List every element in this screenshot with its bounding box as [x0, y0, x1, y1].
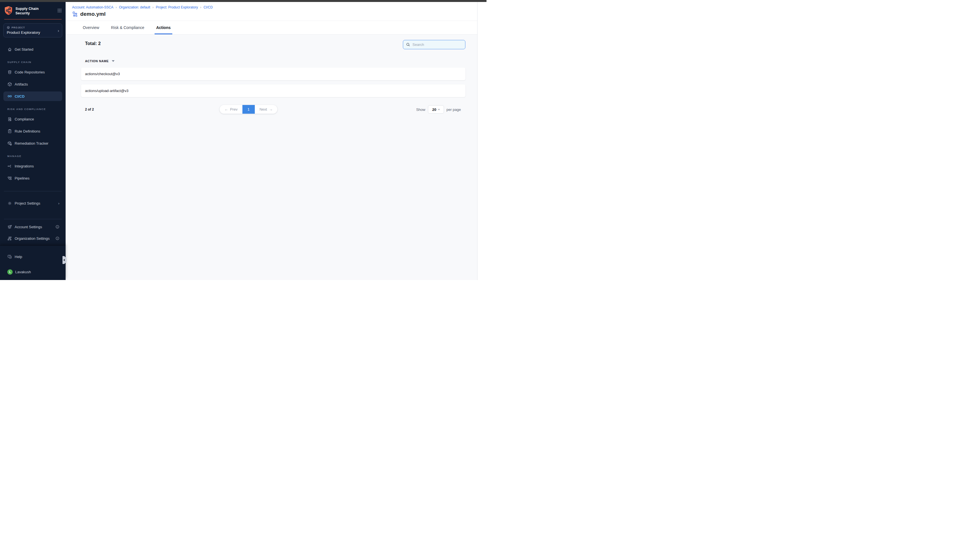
search-box — [403, 40, 466, 49]
remediation-tracker-icon — [7, 141, 12, 146]
table-row[interactable]: actions/upload-artifact@v3 — [81, 84, 466, 97]
sidebar-item-cicd[interactable]: CI/CD — [3, 92, 62, 101]
sidebar-item-rule-definitions[interactable]: Rule Definitions — [3, 127, 62, 136]
tab-overview[interactable]: Overview — [81, 21, 101, 34]
arrow-left-icon: ← — [224, 107, 228, 112]
tab-bar: Overview Risk & Compliance Actions — [66, 20, 477, 35]
breadcrumb: Account: Automation-SSCA › Organization:… — [72, 5, 477, 9]
breadcrumb-separator: › — [200, 5, 201, 9]
project-label: PROJECT — [12, 26, 25, 29]
user-avatar: L — [7, 269, 13, 275]
action-name: actions/upload-artifact@v3 — [85, 88, 129, 93]
sidebar-divider — [4, 219, 62, 219]
breadcrumb-organization[interactable]: Organization: default — [119, 5, 150, 9]
artifacts-cube-icon — [7, 82, 12, 87]
logo-row: Supply Chain Security — [0, 2, 66, 16]
chevron-right-icon: › — [58, 201, 59, 205]
next-page-button[interactable]: Next → — [255, 105, 278, 114]
rule-definitions-clipboard-icon — [7, 129, 12, 134]
right-gutter — [477, 2, 486, 280]
gear-icon — [7, 201, 12, 206]
window-top-strip — [0, 0, 486, 2]
arrow-right-icon: → — [269, 107, 272, 112]
section-supply-chain: SUPPLY CHAIN — [7, 60, 62, 63]
app-title: Supply Chain Security — [15, 7, 38, 16]
pagination-row: 2 of 2 ← Prev 1 Next → Show 20 ▾ per pag… — [81, 105, 466, 114]
sidebar-item-project-settings[interactable]: Project Settings › — [3, 199, 62, 208]
organization-settings-icon — [7, 236, 12, 241]
sidebar-item-remediation-tracker[interactable]: Remediation Tracker — [3, 138, 62, 148]
breadcrumb-cicd[interactable]: CI/CD — [204, 5, 213, 9]
page-size-control: Show 20 ▾ per page — [416, 105, 461, 114]
sidebar: Supply Chain Security PROJECT Product Ex… — [0, 2, 66, 280]
chevron-down-icon: ▾ — [438, 108, 440, 111]
page-number-button[interactable]: 1 — [242, 105, 255, 114]
breadcrumb-project[interactable]: Project: Product Exploratory — [156, 5, 198, 9]
table-row[interactable]: actions/checkout@v3 — [81, 68, 466, 80]
sort-descending-icon[interactable] — [112, 60, 115, 62]
project-cube-icon — [7, 26, 10, 29]
pipelines-icon — [7, 176, 12, 181]
sidebar-item-account-settings[interactable]: Account Settings — [3, 222, 62, 231]
prev-page-button[interactable]: ← Prev — [220, 105, 242, 114]
cicd-infinity-icon — [7, 94, 12, 99]
compliance-document-icon — [7, 117, 12, 122]
main-content: Total: 2 ACTION NAME actions/checkout@v3… — [66, 35, 477, 280]
collapse-left-arrow-icon — [63, 259, 65, 261]
sidebar-footer: ? Help L Lavakush — [0, 245, 66, 280]
workflow-icon — [72, 11, 78, 17]
user-name: Lavakush — [15, 270, 31, 274]
breadcrumb-separator: › — [116, 5, 117, 9]
page-header: Account: Automation-SSCA › Organization:… — [66, 2, 477, 20]
supply-chain-security-logo-icon — [4, 6, 13, 15]
help-button[interactable]: ? Help — [3, 252, 62, 261]
per-page-label: per page — [447, 107, 461, 112]
page-size-select[interactable]: 20 ▾ — [428, 105, 444, 114]
action-name: actions/checkout@v3 — [85, 72, 120, 76]
help-chat-icon: ? — [7, 254, 12, 259]
svg-text:?: ? — [9, 255, 10, 257]
chevron-right-icon: › — [58, 28, 59, 33]
sidebar-item-artifacts[interactable]: Artifacts — [3, 79, 62, 89]
info-icon[interactable] — [55, 225, 59, 229]
section-risk-and-compliance: RISK AND COMPLIANCE — [7, 107, 62, 111]
project-name: Product Exploratory — [7, 30, 55, 35]
sidebar-item-organization-settings[interactable]: Organization Settings — [3, 234, 62, 243]
pagination-range: 2 of 2 — [85, 107, 94, 112]
sidebar-divider — [4, 191, 62, 192]
sidebar-item-integrations[interactable]: Integrations — [3, 161, 62, 171]
tab-risk-compliance[interactable]: Risk & Compliance — [109, 21, 146, 34]
app-switcher-grid-icon[interactable] — [57, 8, 62, 13]
sidebar-item-get-started[interactable]: Get Started — [3, 45, 62, 54]
tab-actions[interactable]: Actions — [155, 21, 172, 34]
show-label: Show — [416, 107, 426, 112]
search-icon — [406, 42, 410, 47]
breadcrumb-account[interactable]: Account: Automation-SSCA — [72, 5, 113, 9]
account-settings-layers-icon — [7, 225, 12, 229]
brand-divider — [4, 19, 62, 20]
search-input[interactable] — [412, 42, 462, 47]
sidebar-item-compliance[interactable]: Compliance — [3, 114, 62, 124]
page-title: demo.yml — [80, 11, 105, 17]
sidebar-item-pipelines[interactable]: Pipelines — [3, 173, 62, 183]
code-repositories-icon — [7, 70, 12, 75]
pager: ← Prev 1 Next → — [220, 105, 277, 114]
breadcrumb-separator: › — [153, 5, 154, 9]
section-manage: MANAGE — [7, 155, 62, 158]
column-header-action-name: ACTION NAME — [85, 59, 466, 63]
sidebar-nav: Get Started SUPPLY CHAIN Code Repositori… — [0, 45, 66, 185]
project-selector[interactable]: PROJECT Product Exploratory › — [3, 23, 62, 37]
info-icon[interactable] — [55, 237, 59, 240]
sidebar-item-code-repositories[interactable]: Code Repositories — [3, 67, 62, 77]
integrations-icon — [7, 164, 12, 168]
user-menu[interactable]: L Lavakush — [3, 268, 62, 276]
home-icon — [7, 47, 12, 52]
